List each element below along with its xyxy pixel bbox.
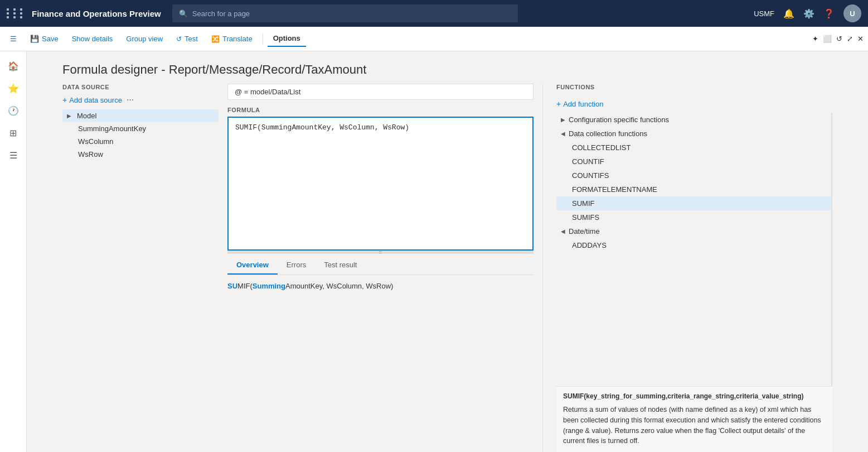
fn-label: COUNTIF <box>572 157 604 166</box>
formula-textarea[interactable]: SUMIF(SummingAmountKey, WsColumn, WsRow) <box>227 117 534 251</box>
home-icon[interactable]: 🏠 <box>3 56 23 76</box>
fn-item-countif[interactable]: COUNTIF <box>556 155 831 169</box>
fn-group-datacollection[interactable]: ◀ Data collection functions <box>556 127 831 141</box>
recent-icon[interactable]: 🕐 <box>3 100 23 121</box>
top-nav: Finance and Operations Preview 🔍 Search … <box>0 0 868 27</box>
user-label: USMF <box>754 9 774 18</box>
panels: DATA SOURCE + Add data source ··· ▶ Mode… <box>27 84 868 452</box>
fn-item-countifs[interactable]: COUNTIFS <box>556 169 831 182</box>
app-grid-icon[interactable] <box>7 8 25 18</box>
avatar[interactable]: U <box>843 4 861 22</box>
right-panel: FUNCTIONS + Add function ▶ Configuration… <box>542 84 832 452</box>
formula-path: @ = model/Data/List <box>227 84 534 100</box>
search-placeholder: Search for a page <box>192 9 250 18</box>
datasource-tree: ▶ Model SummingAmountKey WsColumn WsRow <box>62 109 219 452</box>
search-bar[interactable]: 🔍 Search for a page <box>172 4 518 22</box>
workspaces-icon[interactable]: ⊞ <box>3 123 23 143</box>
chevron-right-icon: ▶ <box>561 117 565 123</box>
fn-label: COUNTIFS <box>572 171 609 180</box>
left-panel: DATA SOURCE + Add data source ··· ▶ Mode… <box>62 84 219 452</box>
tree-item-summingamountkey[interactable]: SummingAmountKey <box>74 122 219 135</box>
formula-plain2: AmountKey, WsColumn, WsRow) <box>285 282 393 290</box>
options-button[interactable]: Options <box>268 31 306 47</box>
translate-button[interactable]: 🔀 Translate <box>206 31 258 46</box>
tree-item-wsrow[interactable]: WsRow <box>74 148 219 161</box>
tree-item-label: Model <box>77 112 96 120</box>
help-icon[interactable]: ❓ <box>823 8 835 19</box>
formula-plain: MIF( <box>237 282 253 290</box>
save-icon: 💾 <box>30 35 39 43</box>
fn-group-config[interactable]: ▶ Configuration specific functions <box>556 113 831 127</box>
fn-group-label: Data collection functions <box>569 129 647 138</box>
test-icon: ↺ <box>176 35 182 43</box>
functions-tree: ▶ Configuration specific functions ◀ Dat… <box>556 113 832 386</box>
action-bar: ☰ 💾 Save Show details Group view ↺ Test … <box>0 27 868 51</box>
fn-label: SUMIF <box>572 199 594 208</box>
save-button[interactable]: 💾 Save <box>25 31 64 46</box>
functions-section-label: FUNCTIONS <box>556 84 595 90</box>
show-details-label: Show details <box>72 35 113 43</box>
modules-icon[interactable]: ☰ <box>3 145 23 165</box>
fn-label: COLLECTEDLIST <box>572 143 631 152</box>
tabs-row: Overview Errors Test result <box>227 256 534 275</box>
top-nav-right: USMF 🔔 ⚙️ ❓ U <box>754 4 861 22</box>
refresh-icon[interactable]: ↺ <box>836 35 842 43</box>
functions-header: FUNCTIONS <box>556 84 832 95</box>
expand-icon[interactable]: ⬜ <box>823 35 832 43</box>
fn-label: ADDDAYS <box>572 241 607 249</box>
tree-item-label: WsRow <box>78 150 103 158</box>
favorites-icon[interactable]: ⭐ <box>3 78 23 98</box>
page-title: Formula designer - Report/Message/Record… <box>62 62 841 77</box>
tree-item-label: SummingAmountKey <box>78 124 146 133</box>
pin-icon[interactable]: ✦ <box>812 35 818 43</box>
chevron-down-icon: ◀ <box>561 228 565 234</box>
fn-desc-text: Returns a sum of values of nodes (with n… <box>563 405 826 446</box>
chevron-right-icon: ▶ <box>67 113 74 119</box>
test-button[interactable]: ↺ Test <box>171 31 203 46</box>
chevron-down-icon: ◀ <box>561 131 565 137</box>
resize-handle[interactable] <box>227 251 534 254</box>
fn-group-label: Configuration specific functions <box>569 116 669 124</box>
overview-content: SUMIF(SummingAmountKey, WsColumn, WsRow) <box>227 275 534 297</box>
fn-description: SUMIF(key_string_for_summing,criteria_ra… <box>556 386 832 452</box>
settings-icon[interactable]: ⚙️ <box>803 8 814 19</box>
formula-highlight-mi: Summing <box>253 282 285 290</box>
fn-group-label: Date/time <box>569 227 600 235</box>
fn-item-formatelementname[interactable]: FORMATELEMENTNAME <box>556 182 831 196</box>
more-options-button[interactable]: ··· <box>127 95 134 105</box>
app-title: Finance and Operations Preview <box>32 9 161 18</box>
sidebar-icons: 🏠 ⭐ 🕐 ⊞ ☰ <box>0 51 27 452</box>
tree-item-label: WsColumn <box>78 137 114 146</box>
datasource-section-label: DATA SOURCE <box>62 84 219 90</box>
plus-icon: + <box>556 99 561 108</box>
search-icon: 🔍 <box>179 9 188 18</box>
fn-label: SUMIFS <box>572 213 599 222</box>
formula-display: SUMIF(SummingAmountKey, WsColumn, WsRow) <box>227 282 534 290</box>
fn-group-datetime[interactable]: ◀ Date/time <box>556 224 831 238</box>
tree-item-model[interactable]: ▶ Model <box>62 109 219 122</box>
fn-item-sumifs[interactable]: SUMIFS <box>556 210 831 224</box>
popout-icon[interactable]: ⤢ <box>847 35 853 43</box>
fn-item-collectedlist[interactable]: COLLECTEDLIST <box>556 141 831 155</box>
main-layout: 🏠 ⭐ 🕐 ⊞ ☰ Formula designer - Report/Mess… <box>0 51 868 452</box>
page-title-bar: Formula designer - Report/Message/Record… <box>27 51 868 84</box>
tab-overview[interactable]: Overview <box>227 256 278 275</box>
action-bar-right: ✦ ⬜ ↺ ⤢ ✕ <box>812 35 864 43</box>
close-icon[interactable]: ✕ <box>857 35 864 43</box>
group-view-button[interactable]: Group view <box>120 31 168 46</box>
formula-section-label: FORMULA <box>227 107 534 113</box>
add-datasource-button[interactable]: + Add data source <box>62 95 122 104</box>
add-function-button[interactable]: + Add function <box>556 99 832 108</box>
tab-test-result[interactable]: Test result <box>315 256 366 275</box>
plus-icon: + <box>62 95 67 104</box>
tree-item-wscolumn[interactable]: WsColumn <box>74 135 219 148</box>
translate-icon: 🔀 <box>211 35 220 43</box>
fn-item-sumif[interactable]: SUMIF <box>556 196 831 210</box>
middle-panel: @ = model/Data/List FORMULA SUMIF(Summin… <box>219 84 542 452</box>
hamburger-button[interactable]: ☰ <box>4 31 22 46</box>
tab-errors[interactable]: Errors <box>278 256 315 275</box>
show-details-button[interactable]: Show details <box>66 31 119 46</box>
notification-icon[interactable]: 🔔 <box>783 8 794 19</box>
fn-item-adddays[interactable]: ADDDAYS <box>556 238 831 252</box>
content-area: Formula designer - Report/Message/Record… <box>27 51 868 452</box>
